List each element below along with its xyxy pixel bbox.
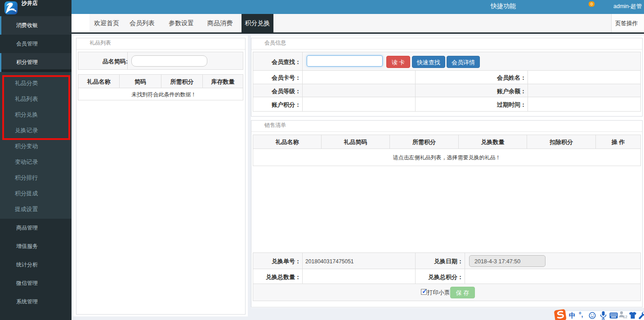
svg-text:12: 12 xyxy=(623,315,627,319)
